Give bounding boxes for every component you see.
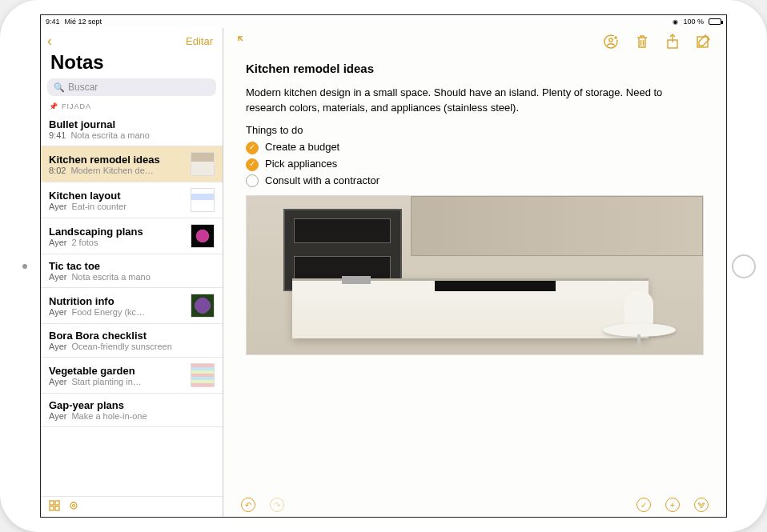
note-list-item-title: Bora Bora checklist (49, 330, 215, 342)
expand-icon[interactable] (238, 36, 249, 50)
svg-rect-0 (50, 501, 54, 505)
note-list-item-preview: Ocean-friendly sunscreen (71, 342, 171, 351)
note-list-item-time: Ayer (49, 342, 66, 351)
battery-icon (709, 18, 721, 25)
note-list-item[interactable]: Tic tac toeAyerNota escrita a mano (41, 254, 223, 288)
note-list-item-preview: Modern Kitchen de… (70, 166, 153, 175)
detail-toolbar (223, 28, 726, 57)
checkbox-checked-icon[interactable]: ✓ (246, 142, 259, 154)
note-list-item[interactable]: Bora Bora checklistAyerOcean-friendly su… (41, 324, 223, 358)
note-list-item-time: Ayer (49, 411, 66, 421)
status-date: Mié 12 sept (65, 18, 102, 26)
note-list-item[interactable]: Landscaping plansAyer2 fotos (41, 218, 223, 254)
app-content: ‹ Editar Notas 🔍 Buscar 📌 FIJADA Bullet … (41, 28, 726, 517)
note-list-item-preview: 2 fotos (71, 238, 98, 247)
search-input[interactable]: 🔍 Buscar (47, 78, 216, 96)
note-thumbnail (191, 152, 215, 176)
todo-label: Create a budget (265, 140, 339, 155)
todo-label: Consult with a contractor (265, 174, 379, 189)
sidebar-title: Notas (41, 51, 223, 78)
checklist-icon[interactable]: ✓ (636, 498, 651, 512)
note-list-item-title: Gap-year plans (49, 399, 215, 411)
checkbox-unchecked-icon[interactable] (246, 174, 259, 187)
note-list-item-time: Ayer (49, 377, 66, 386)
device-camera (22, 264, 27, 269)
note-list-item-preview: Nota escrita a mano (70, 130, 149, 140)
note-list-item-time: Ayer (49, 238, 66, 247)
search-placeholder: Buscar (68, 82, 98, 93)
screen: 9:41 Mié 12 sept 100 % ‹ Editar Notas (40, 14, 727, 518)
note-list-item-preview: Eat-in counter (71, 202, 126, 211)
note-list-item[interactable]: Gap-year plansAyerMake a hole-in-one (41, 394, 223, 427)
status-time: 9:41 (46, 18, 60, 26)
note-list-item[interactable]: Kitchen remodel ideas8:02Modern Kitchen … (41, 146, 223, 182)
note-list-item-preview: Nota escrita a mano (71, 272, 150, 282)
note-list-item[interactable]: Bullet journal9:41Nota escrita a mano (41, 113, 223, 146)
trash-icon[interactable] (635, 34, 649, 52)
detail-bottom-toolbar: ↶ ↷ ✓ + (223, 493, 726, 517)
todo-heading: Things to do (246, 123, 704, 138)
edit-button[interactable]: Editar (186, 35, 213, 47)
redo-icon[interactable]: ↷ (270, 498, 284, 512)
notes-sidebar: ‹ Editar Notas 🔍 Buscar 📌 FIJADA Bullet … (41, 28, 223, 517)
home-button[interactable] (732, 254, 756, 278)
note-list-item-preview: Make a hole-in-one (71, 411, 147, 421)
svg-rect-1 (55, 501, 59, 505)
note-list-item-title: Landscaping plans (49, 226, 186, 238)
note-list-item-time: Ayer (49, 272, 66, 282)
todo-item[interactable]: ✓Create a budget (246, 140, 704, 155)
svg-rect-3 (55, 506, 59, 510)
note-body[interactable]: Kitchen remodel ideas Modern kitchen des… (223, 57, 726, 493)
note-list-item-title: Nutrition info (49, 295, 186, 307)
svg-rect-2 (50, 506, 54, 510)
battery-percent: 100 % (683, 18, 704, 26)
note-list-item-title: Vegetable garden (49, 365, 186, 377)
note-list-item-preview: Food Energy (kc… (71, 307, 145, 317)
note-title: Kitchen remodel ideas (246, 60, 704, 78)
checkbox-checked-icon[interactable]: ✓ (246, 158, 259, 171)
note-paragraph: Modern kitchen design in a small space. … (246, 86, 704, 116)
note-list-item-time: Ayer (49, 307, 66, 317)
compose-icon[interactable] (696, 34, 712, 52)
note-thumbnail (191, 363, 215, 387)
add-icon[interactable]: + (665, 498, 680, 512)
notes-list[interactable]: Bullet journal9:41Nota escrita a manoKit… (41, 113, 223, 496)
pinned-section-header: 📌 FIJADA (41, 99, 223, 113)
todo-label: Pick appliances (265, 157, 337, 172)
add-person-icon[interactable] (603, 34, 619, 52)
svg-point-7 (609, 38, 612, 41)
note-list-item[interactable]: Vegetable gardenAyerStart planting in… (41, 358, 223, 394)
note-list-item[interactable]: Nutrition infoAyerFood Energy (kc… (41, 288, 223, 324)
note-image[interactable] (246, 195, 704, 355)
note-list-item-time: 8:02 (49, 166, 66, 175)
search-icon: 🔍 (54, 82, 65, 93)
pin-icon: 📌 (49, 102, 58, 110)
status-bar: 9:41 Mié 12 sept 100 % (41, 15, 726, 28)
note-list-item-preview: Start planting in… (71, 377, 141, 386)
note-thumbnail (191, 224, 215, 248)
note-list-item-title: Kitchen layout (49, 190, 186, 202)
note-list-item-time: 9:41 (49, 130, 66, 140)
back-chevron-icon[interactable]: ‹ (47, 33, 52, 50)
note-list-item[interactable]: Kitchen layoutAyerEat-in counter (41, 182, 223, 218)
device-frame: 9:41 Mié 12 sept 100 % ‹ Editar Notas (0, 0, 767, 532)
note-list-item-title: Tic tac toe (49, 260, 215, 272)
note-list-item-time: Ayer (49, 202, 66, 211)
style-icon[interactable] (694, 498, 709, 512)
note-detail: Kitchen remodel ideas Modern kitchen des… (223, 28, 726, 517)
wifi-icon (673, 18, 678, 26)
note-list-item-title: Bullet journal (49, 118, 215, 130)
attachment-icon[interactable] (68, 500, 79, 514)
todo-item[interactable]: Consult with a contractor (246, 174, 704, 189)
note-thumbnail (191, 188, 215, 212)
note-thumbnail (191, 294, 215, 318)
note-list-item-title: Kitchen remodel ideas (49, 154, 186, 166)
todo-item[interactable]: ✓Pick appliances (246, 157, 704, 172)
share-icon[interactable] (665, 34, 680, 52)
svg-point-4 (70, 502, 77, 509)
undo-icon[interactable]: ↶ (241, 498, 255, 512)
sidebar-toolbar (41, 496, 223, 517)
grid-view-icon[interactable] (49, 500, 60, 514)
svg-point-5 (73, 505, 75, 507)
